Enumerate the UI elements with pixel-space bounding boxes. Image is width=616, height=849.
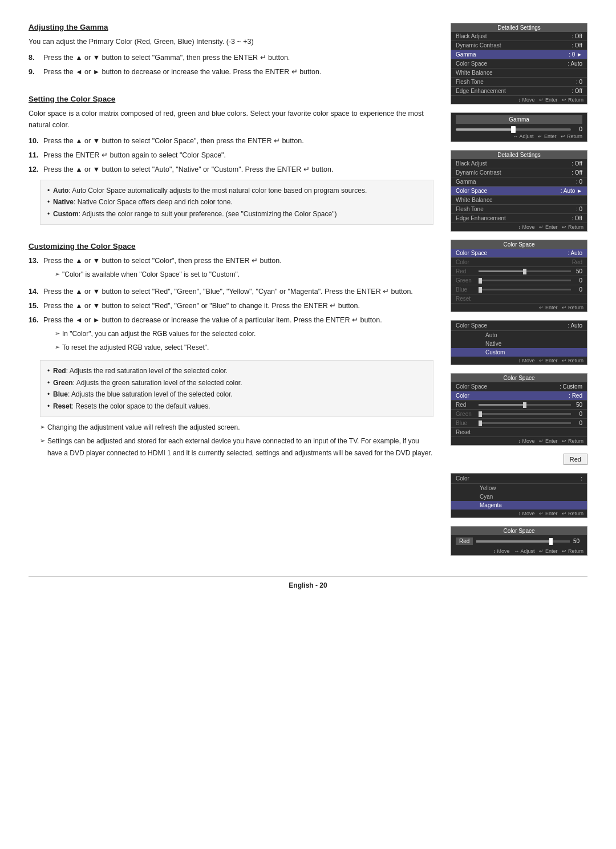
return-icon-3: ↩ Return [562,224,583,230]
enter-icon-cs-auto: ↵ Enter [539,305,557,310]
row-flesh-tone-2: Flesh Tone : 0 [451,205,587,214]
note-end-2: Settings can be adjusted and stored for … [40,435,433,459]
gamma-track [456,128,571,131]
gamma-step-9: 9. Press the ◄ or ► button to decrease o… [29,66,433,78]
gamma-slider-title: Gamma [456,115,582,124]
enter-icon-dd: ↵ Enter [539,358,557,363]
note-step13: "Color" is available when "Color Space" … [55,269,282,280]
color-dropdown-footer: ↕ Move ↵ Enter ↩ Return [451,510,587,518]
color-space-steps: 10. Press the ▲ or ▼ button to select "C… [29,135,433,175]
color-option-cyan: Cyan [451,492,587,501]
cs-row-colorspace-custom: Color Space : Custom [451,382,587,391]
row-dynamic-contrast-2: Dynamic Contrast : Off [451,168,587,177]
heading-setting-color-space: Setting the Color Space [29,95,433,103]
bottom-cs-footer: ↕ Move ↔ Adjust ↵ Enter ↩ Return [451,547,587,555]
row-color-space-1: Color Space : Auto [451,59,587,68]
gamma-thumb [511,126,516,133]
gamma-step-8: 8. Press the ▲ or ▼ button to select "Ga… [29,52,433,63]
enter-icon-bottom: ↵ Enter [539,548,557,554]
footer-text: English - 20 [289,581,327,589]
row-black-adjust-1: Black Adjust : Off [451,32,587,41]
color-space-bullets: Auto: Auto Color Space automatically adj… [40,180,433,225]
return-icon-bottom: ↩ Return [562,548,583,554]
dropdown-header-cs: Color Space : Auto [451,321,587,331]
cs-slider-red-auto: Red 50 [451,267,587,276]
cs-slider-green-custom: Green 0 [451,410,587,419]
customizing-bullets: Red: Adjusts the red saturation level of… [40,360,433,417]
page-layout: Adjusting the Gamma You can adjust the P… [29,23,587,559]
move-icon-cs-custom: ↕ Move [518,438,534,444]
move-icon-1: ↕ Move [518,97,534,103]
cs-footer-custom: ↕ Move ↵ Enter ↩ Return [451,437,587,445]
cs-panel-title-custom: Color Space [451,374,587,382]
enter-icon-color-dd: ↵ Enter [539,511,557,516]
color-dropdown-header: Color : [451,474,587,484]
section-adjusting-gamma: Adjusting the Gamma You can adjust the P… [29,23,433,78]
panel-detailed-settings-cs: Detailed Settings Black Adjust : Off Dyn… [451,150,587,232]
gamma-slider-row: 0 [456,126,582,132]
gamma-steps: 8. Press the ▲ or ▼ button to select "Ga… [29,52,433,78]
panel-title-detailed-gamma: Detailed Settings [451,23,587,32]
note-step16-2: To reset the adjusted RGB value, select … [55,342,382,353]
ccs-step-14: 14. Press the ▲ or ▼ button to select "R… [29,286,433,297]
bullet-reset: Reset: Resets the color space to the def… [47,401,426,412]
panel-color-space-custom: Color Space Color Space : Custom Color :… [451,373,587,446]
cs-row-reset-auto: Reset [451,294,587,304]
move-icon-3: ↕ Move [518,224,534,230]
section-customizing-color-space: Customizing the Color Space 13. Press th… [29,242,433,459]
panel-bottom-color-space: Color Space Red 50 ↕ Move ↔ Adjust ↵ Ent… [451,526,587,556]
bullet-blue: Blue: Adjusts the blue saturation level … [47,389,426,400]
row-edge-enhancement-1: Edge Enhancement : Off [451,87,587,96]
row-white-balance-1: White Balance [451,68,587,78]
bottom-cs-main-row: Red 50 [451,535,587,547]
bullet-auto: Auto: Auto Color Space automatically adj… [47,185,426,196]
gamma-fill [456,128,513,131]
move-icon-color-dd: ↕ Move [518,511,534,516]
return-icon-color-dd: ↩ Return [562,511,583,516]
right-column: Detailed Settings Black Adjust : Off Dyn… [451,23,587,559]
ccs-step-15: 15. Press the ▲ or ▼ button to select "R… [29,300,433,312]
enter-icon-3: ↵ Enter [539,224,557,230]
cs-slider-blue-custom: Blue 0 [451,419,587,428]
dropdown-option-auto: Auto [451,331,587,339]
row-black-adjust-2: Black Adjust : Off [451,159,587,168]
cs-row-color-auto: Color Red [451,258,587,267]
return-icon-dd: ↩ Return [562,358,583,363]
enter-icon-1: ↵ Enter [539,97,557,103]
footer-panel1: ↕ Move ↵ Enter ↩ Return [451,96,587,104]
panel-color-space-auto: Color Space Color Space : Auto Color Red… [451,240,587,312]
return-icon-gamma: ↩ Return [561,134,582,139]
panel-dropdown-cs: Color Space : Auto Auto Native Custom ↕ … [451,320,587,365]
row-flesh-tone-1: Flesh Tone : 0 [451,78,587,87]
bottom-cs-title: Color Space [451,527,587,535]
row-white-balance-2: White Balance [451,196,587,205]
panel-color-dropdown: Color : Yellow Cyan Magenta ↕ Move ↵ Ent… [451,473,587,518]
cs-step-11: 11. Press the ENTER ↵ button again to se… [29,149,433,161]
note-step16-1: In "Color", you can adjust the RGB value… [55,328,382,339]
bottom-cs-value: 50 [573,538,582,544]
cs-row-colorspace-auto: Color Space : Auto [451,249,587,258]
row-gamma-highlighted: Gamma : 0 ► [451,50,587,59]
gamma-value: 0 [574,126,582,132]
gamma-intro: You can adjust the Primary Color (Red, G… [29,36,433,47]
enter-icon-cs-custom: ↵ Enter [539,438,557,444]
dropdown-option-native: Native [451,339,587,348]
heading-customizing-color-space: Customizing the Color Space [29,242,433,250]
page-footer: English - 20 [29,576,587,589]
cs-slider-blue-auto: Blue 0 [451,285,587,294]
ccs-step-13: 13. Press the ▲ or ▼ button to select "C… [29,255,433,282]
note-end-1: Changing the adjustment value will refre… [40,422,433,433]
cs-footer-auto: ↵ Enter ↩ Return [451,304,587,312]
return-icon-1: ↩ Return [562,97,583,103]
adjust-icon-bottom: ↔ Adjust [514,548,534,554]
footer-panel3: ↕ Move ↵ Enter ↩ Return [451,223,587,231]
row-dynamic-contrast-1: Dynamic Contrast : Off [451,41,587,50]
cs-step-10: 10. Press the ▲ or ▼ button to select "C… [29,135,433,147]
section-setting-color-space: Setting the Color Space Color space is a… [29,95,433,225]
cs-row-reset-custom: Reset [451,428,587,437]
dropdown-option-custom: Custom [451,348,587,357]
cs-slider-red-custom: Red 50 [451,401,587,410]
cs-track-green-custom [479,413,571,415]
bullet-red: Red: Adjusts the red saturation level of… [47,365,426,377]
cs-slider-green-auto: Green 0 [451,276,587,285]
